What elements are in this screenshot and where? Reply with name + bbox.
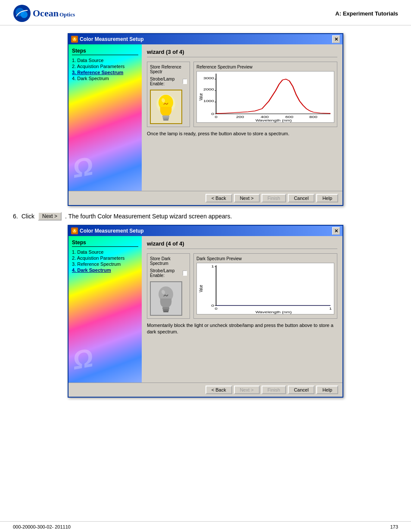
dialog1-description: Once the lamp is ready, press the button… — [147, 131, 337, 137]
dialog2-help-button[interactable]: Help — [316, 386, 338, 394]
dialog2-strobe-label: Strobe/Lamp Enable: — [150, 268, 181, 278]
dialog1-close-button[interactable]: ✕ — [332, 35, 340, 43]
instruction-6: 6. Click Next > . The fourth Color Measu… — [13, 212, 398, 221]
dialog1-title: Color Measurement Setup — [80, 36, 144, 42]
titlebar2-left: Color Measurement Setup — [71, 227, 144, 234]
svg-rect-6 — [162, 115, 169, 118]
dialog1-chart-svg: 0 1000 2000 3000 0 — [197, 72, 334, 122]
dialog1-main-panel: wizard (3 of 4) Store Reference Spectr S… — [142, 44, 342, 191]
svg-text:200: 200 — [236, 115, 244, 118]
svg-text:Wavelength (nm): Wavelength (nm) — [255, 311, 292, 314]
dialog2-preview-title: Dark Spectrum Preview — [196, 256, 334, 261]
dialog1-body: Steps 1. Data Source 2. Acquistion Param… — [68, 44, 342, 191]
svg-text:Wavelength (nm): Wavelength (nm) — [255, 119, 292, 122]
dialog1-strobe-row: Strobe/Lamp Enable: — [150, 77, 187, 86]
svg-text:0: 0 — [212, 112, 214, 115]
dialog2-steps-panel: Steps 1. Data Source 2. Acquistion Param… — [68, 236, 142, 383]
page-header: Ocean Optics A: Experiment Tutorials — [0, 0, 411, 25]
svg-text:1: 1 — [329, 307, 332, 310]
dark-bulb-icon — [154, 283, 178, 314]
instruction-6-number: 6. — [13, 213, 18, 220]
svg-text:3000: 3000 — [203, 77, 214, 80]
dialog2-watermark: Ω — [70, 342, 95, 375]
dialog1-step-1: 1. Data Source — [72, 58, 138, 63]
dialog1-content-row: Store Reference Spectr Strobe/Lamp Enabl… — [147, 62, 337, 127]
dialog2-preview-box: Dark Spectrum Preview 0 1 — [193, 253, 337, 319]
dialog1-steps-title: Steps — [72, 48, 138, 55]
dialog2-main-panel: wizard (4 of 4) Store Dark Spectrum Stro… — [142, 236, 342, 383]
dialog1-step-4: 4. Dark Spectrum — [72, 76, 138, 81]
dialog1-step-2: 2. Acquistion Parameters — [72, 64, 138, 69]
page-content: Color Measurement Setup ✕ Steps 1. Data … — [0, 25, 411, 402]
dialog1-strobe-label: Strobe/Lamp Enable: — [150, 77, 181, 86]
svg-text:0: 0 — [215, 307, 217, 310]
dialog2-description: Momentarily block the light or uncheck s… — [147, 322, 337, 336]
dialog1-chart: 0 1000 2000 3000 0 — [196, 71, 334, 123]
section-title: A: Experiment Tutorials — [335, 10, 398, 17]
dialog2-chart-svg: 0 1 0 1 Value Wave — [197, 263, 334, 314]
dialog1-strobe-checkbox[interactable] — [183, 79, 187, 84]
page-footer: 000-20000-300-02- 201110 173 — [0, 521, 411, 532]
svg-text:Value: Value — [198, 93, 203, 100]
dialog2-strobe-row: Strobe/Lamp Enable: — [150, 268, 187, 278]
instruction-6-text-after: . The fourth Color Measurement Setup wiz… — [65, 213, 232, 220]
instruction-6-text-before: Click — [22, 213, 34, 220]
dialog2-title: Color Measurement Setup — [80, 228, 144, 234]
svg-text:0: 0 — [212, 304, 214, 307]
dialog2-body: Steps 1. Data Source 2. Acquistion Param… — [68, 236, 342, 383]
dialog2-cancel-button[interactable]: Cancel — [288, 386, 314, 394]
lit-bulb-icon — [154, 92, 178, 122]
svg-rect-29 — [162, 307, 169, 309]
titlebar1-left: Color Measurement Setup — [71, 36, 144, 43]
dialog2-titlebar: Color Measurement Setup ✕ — [68, 226, 342, 236]
svg-rect-31 — [163, 311, 168, 312]
dialog1-next-button[interactable]: Next > — [234, 194, 260, 202]
svg-text:1000: 1000 — [203, 100, 214, 103]
dialog2-store-box: Store Dark Spectrum Strobe/Lamp Enable: — [147, 253, 190, 319]
svg-text:Value: Value — [198, 285, 203, 292]
dialog2-store-label: Store Dark Spectrum — [150, 256, 187, 266]
dialog2-color-measurement-setup: Color Measurement Setup ✕ Steps 1. Data … — [68, 225, 343, 398]
dialog1-store-box: Store Reference Spectr Strobe/Lamp Enabl… — [147, 62, 190, 127]
dialog1-back-button[interactable]: < Back — [206, 194, 232, 202]
dialog1-preview-title: Reference Spectrum Preview — [196, 65, 334, 69]
footer-right: 173 — [390, 524, 398, 529]
dialog1-step-3: 3. Reference Spectrum — [72, 70, 138, 75]
svg-point-2 — [21, 11, 28, 18]
dialog1-footer: < Back Next > Finish Cancel Help — [68, 191, 342, 205]
dialog2-wizard-title: wizard (4 of 4) — [147, 240, 337, 249]
dialog1-store-label: Store Reference Spectr — [150, 65, 187, 74]
svg-text:800: 800 — [309, 115, 318, 118]
instruction-6-next-button[interactable]: Next > — [38, 212, 62, 221]
dialog2-content-row: Store Dark Spectrum Strobe/Lamp Enable: — [147, 253, 337, 319]
dialog1-cancel-button[interactable]: Cancel — [288, 194, 314, 202]
dialog2-close-button[interactable]: ✕ — [332, 227, 340, 235]
svg-text:600: 600 — [285, 115, 293, 118]
dialog2-step-1: 1. Data Source — [72, 249, 138, 255]
dialog2-finish-button: Finish — [262, 386, 286, 394]
svg-rect-30 — [163, 309, 169, 311]
dialog1-help-button[interactable]: Help — [316, 194, 338, 202]
dialog2-step-4: 4. Dark Spectrum — [72, 268, 138, 273]
dialog1-finish-button: Finish — [262, 194, 286, 202]
dialog1-steps-panel: Steps 1. Data Source 2. Acquistion Param… — [68, 44, 142, 191]
dialog2-app-icon — [71, 227, 78, 234]
dialog2-footer: < Back Next > Finish Cancel Help — [68, 383, 342, 397]
svg-text:1: 1 — [212, 265, 214, 268]
dialog2-strobe-checkbox[interactable] — [183, 271, 187, 276]
logo-ocean: Ocean — [33, 8, 59, 19]
svg-text:400: 400 — [261, 115, 269, 118]
dialog2-step-3: 3. Reference Spectrum — [72, 261, 138, 267]
dialog1-app-icon — [71, 36, 78, 43]
svg-text:0: 0 — [215, 115, 217, 118]
dialog2-steps-list: 1. Data Source 2. Acquistion Parameters … — [72, 249, 138, 273]
dialog1-wizard-title: wizard (3 of 4) — [147, 49, 337, 57]
dialog2-back-button[interactable]: < Back — [206, 386, 232, 394]
dialog1-titlebar: Color Measurement Setup ✕ — [68, 34, 342, 44]
svg-rect-8 — [163, 119, 168, 121]
svg-rect-7 — [163, 118, 169, 119]
dialog2-bulb — [150, 281, 182, 316]
dialog2-next-button: Next > — [234, 386, 260, 394]
dialog2-chart: 0 1 0 1 Value Wave — [196, 263, 334, 314]
ocean-optics-logo — [13, 4, 31, 22]
